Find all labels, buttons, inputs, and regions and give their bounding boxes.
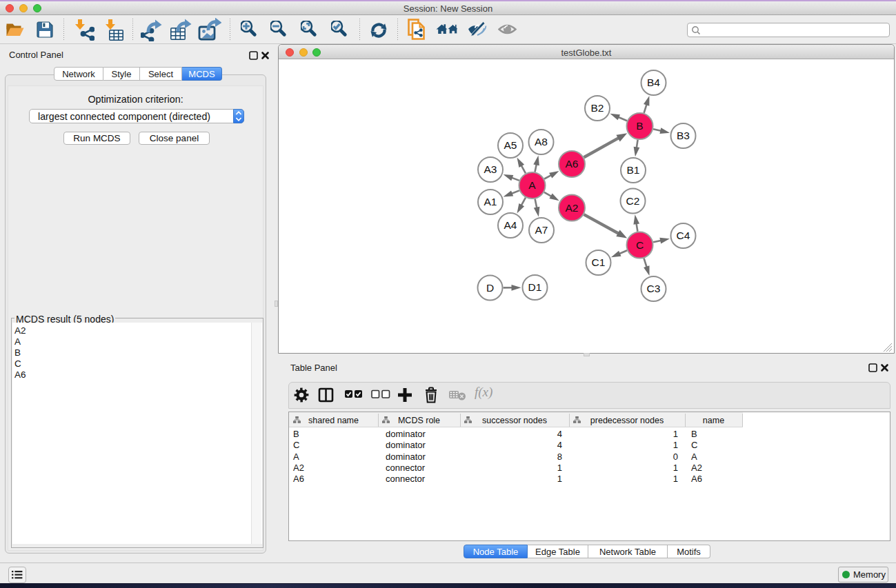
svg-text:B1: B1 xyxy=(627,164,640,176)
svg-text:D1: D1 xyxy=(528,281,542,293)
svg-text:A: A xyxy=(528,179,536,191)
svg-text:D: D xyxy=(486,282,494,294)
svg-text:C3: C3 xyxy=(647,283,661,294)
svg-text:A8: A8 xyxy=(535,136,548,148)
svg-text:B4: B4 xyxy=(647,77,660,88)
svg-text:A6: A6 xyxy=(566,158,579,170)
svg-text:A4: A4 xyxy=(504,219,517,231)
svg-text:B3: B3 xyxy=(677,130,690,141)
svg-text:A1: A1 xyxy=(484,196,497,207)
svg-text:A2: A2 xyxy=(566,202,579,214)
svg-text:C2: C2 xyxy=(626,195,640,207)
svg-text:C4: C4 xyxy=(677,230,690,241)
svg-text:C1: C1 xyxy=(592,256,606,268)
svg-text:A3: A3 xyxy=(484,163,497,175)
svg-text:C: C xyxy=(636,239,644,251)
svg-text:B: B xyxy=(636,120,643,132)
svg-text:B2: B2 xyxy=(591,102,604,114)
svg-text:A5: A5 xyxy=(504,139,517,151)
svg-text:A7: A7 xyxy=(535,224,548,236)
